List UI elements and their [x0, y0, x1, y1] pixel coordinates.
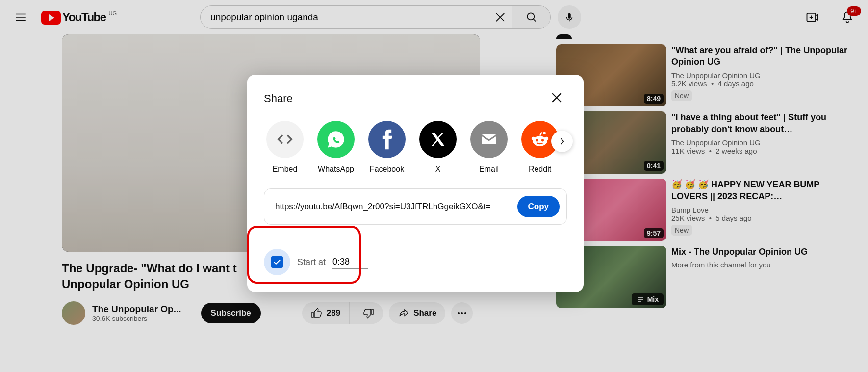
start-at-label: Start at — [297, 257, 326, 267]
share-target-whatsapp[interactable]: WhatsApp — [315, 121, 357, 174]
svg-point-10 — [532, 137, 535, 140]
share-url-text[interactable]: https://youtu.be/AfBqwn_2r00?si=U3JfTRLh… — [275, 202, 511, 212]
embed-icon — [266, 121, 304, 158]
share-target-facebook[interactable]: Facebook — [366, 121, 408, 174]
svg-point-12 — [543, 132, 546, 134]
facebook-icon — [368, 121, 406, 158]
next-targets-button[interactable] — [551, 131, 573, 152]
share-target-email[interactable]: Email — [468, 121, 510, 174]
svg-point-11 — [545, 137, 548, 140]
share-target-x[interactable]: X — [417, 121, 459, 174]
svg-point-9 — [541, 139, 544, 141]
chevron-right-icon — [557, 136, 567, 146]
dialog-title: Share — [264, 92, 293, 105]
svg-point-8 — [536, 139, 538, 141]
email-icon — [470, 121, 508, 158]
share-url-row: https://youtu.be/AfBqwn_2r00?si=U3JfTRLh… — [264, 188, 567, 225]
copy-button[interactable]: Copy — [517, 196, 560, 217]
svg-point-7 — [533, 136, 547, 146]
divider — [264, 238, 567, 238]
start-at-time-input[interactable] — [332, 255, 368, 269]
share-target-embed[interactable]: Embed — [264, 121, 306, 174]
close-icon — [549, 90, 564, 105]
dialog-header: Share — [264, 87, 567, 110]
whatsapp-icon — [317, 121, 355, 158]
start-at-row: Start at — [264, 249, 567, 275]
dialog-close-button[interactable] — [546, 87, 567, 110]
share-dialog: Share Embed WhatsApp Facebook — [247, 75, 584, 292]
x-icon — [419, 121, 457, 158]
start-at-checkbox[interactable] — [264, 249, 290, 275]
share-targets: Embed WhatsApp Facebook X Email — [264, 121, 567, 174]
checkbox-checked-icon — [271, 256, 283, 268]
